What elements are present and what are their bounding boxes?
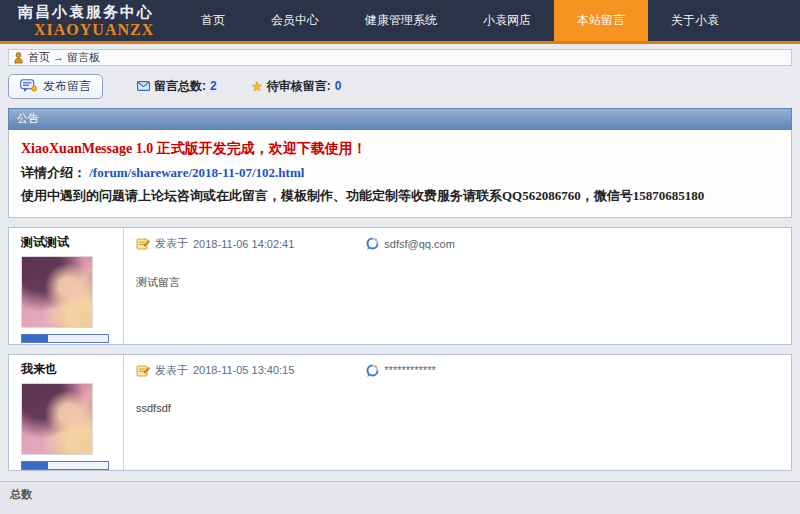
message-card: 我来也 身份：游客 bbox=[8, 354, 792, 472]
nav-item-health-system[interactable]: 健康管理系统 bbox=[342, 0, 460, 41]
announcement-note: 使用中遇到的问题请上论坛咨询或在此留言，模板制作、功能定制等收费服务请联系QQ5… bbox=[21, 187, 779, 205]
site-header: 南昌小袁服务中心 XIAOYUANZX 首页 会员中心 健康管理系统 小袁网店 … bbox=[0, 0, 800, 44]
announcement-title: 公告 bbox=[8, 108, 792, 130]
level-progress-bar bbox=[21, 461, 109, 470]
announcement-body: XiaoXuanMessage 1.0 正式版开发完成，欢迎下载使用！ 详情介绍… bbox=[8, 130, 792, 218]
message-meta-row: 发表于 2018-11-05 13:40:15 ************ bbox=[136, 363, 779, 378]
posted-time: 2018-11-06 14:02:41 bbox=[193, 238, 294, 250]
message-content-panel: 发表于 2018-11-06 14:02:41 sdfsf@qq.com bbox=[123, 228, 791, 344]
announcement-headline: XiaoXuanMessage 1.0 正式版开发完成，欢迎下载使用！ bbox=[21, 140, 779, 158]
posted-time-group: 发表于 2018-11-06 14:02:41 bbox=[136, 236, 294, 251]
footer-total-label: 总数 bbox=[10, 488, 32, 500]
breadcrumb-path[interactable]: 首页 → 留言板 bbox=[28, 50, 100, 65]
message-card: 测试测试 身份：游客 bbox=[8, 227, 792, 345]
message-content-panel: 发表于 2018-11-05 13:40:15 ************ bbox=[123, 355, 791, 471]
breadcrumb-person-icon bbox=[14, 52, 23, 64]
nav-item-shop[interactable]: 小袁网店 bbox=[460, 0, 554, 41]
level-progress-bar bbox=[21, 334, 109, 343]
page-footer: 总数 bbox=[0, 481, 800, 514]
total-messages-stat: 留言总数: 2 bbox=[137, 78, 217, 95]
publish-message-button[interactable]: 发布留言 bbox=[8, 74, 103, 99]
avatar bbox=[21, 383, 93, 455]
main-nav: 首页 会员中心 健康管理系统 小袁网店 本站留言 关于小袁 bbox=[178, 0, 742, 41]
contact-group: ************ bbox=[366, 364, 435, 377]
envelope-icon bbox=[137, 81, 150, 91]
breadcrumb: 首页 → 留言板 bbox=[8, 49, 792, 66]
logo-subtitle: XIAOYUANZX bbox=[34, 21, 178, 39]
announcement-panel: 公告 XiaoXuanMessage 1.0 正式版开发完成，欢迎下载使用！ 详… bbox=[8, 108, 792, 218]
nav-item-guestbook[interactable]: 本站留言 bbox=[554, 0, 648, 41]
author-name: 测试测试 bbox=[21, 234, 123, 251]
posted-time: 2018-11-05 13:40:15 bbox=[193, 364, 294, 376]
pending-messages-count: 0 bbox=[335, 79, 342, 93]
author-name: 我来也 bbox=[21, 361, 123, 378]
total-messages-label: 留言总数: bbox=[154, 78, 206, 95]
announcement-detail-row: 详情介绍： /forum/shareware/2018-11-07/102.ht… bbox=[21, 164, 779, 182]
message-meta-row: 发表于 2018-11-06 14:02:41 sdfsf@qq.com bbox=[136, 236, 779, 251]
pending-messages-stat: 待审核留言: 0 bbox=[251, 78, 342, 95]
total-messages-count: 2 bbox=[210, 79, 217, 93]
contact-group: sdfsf@qq.com bbox=[366, 237, 454, 250]
contact-value[interactable]: sdfsf@qq.com bbox=[384, 238, 454, 250]
nav-item-about[interactable]: 关于小袁 bbox=[648, 0, 742, 41]
posted-label: 发表于 bbox=[155, 363, 188, 378]
publish-button-label: 发布留言 bbox=[43, 78, 91, 95]
note-icon bbox=[136, 364, 150, 377]
page: 南昌小袁服务中心 XIAOYUANZX 首页 会员中心 健康管理系统 小袁网店 … bbox=[0, 0, 800, 514]
pending-messages-label: 待审核留言: bbox=[267, 78, 331, 95]
contact-value: ************ bbox=[384, 364, 435, 376]
nav-item-member-center[interactable]: 会员中心 bbox=[248, 0, 342, 41]
speech-bubble-icon bbox=[20, 79, 37, 93]
announcement-detail-link[interactable]: /forum/shareware/2018-11-07/102.html bbox=[89, 165, 304, 180]
note-icon bbox=[136, 237, 150, 250]
posted-label: 发表于 bbox=[155, 236, 188, 251]
email-swirl-icon bbox=[366, 364, 379, 377]
message-content: 测试留言 bbox=[136, 275, 779, 290]
level-progress-fill bbox=[22, 462, 48, 469]
email-swirl-icon bbox=[366, 237, 379, 250]
posted-time-group: 发表于 2018-11-05 13:40:15 bbox=[136, 363, 294, 378]
pending-star-icon bbox=[251, 81, 263, 92]
avatar bbox=[21, 256, 93, 328]
message-author-panel: 我来也 身份：游客 bbox=[9, 355, 123, 471]
nav-item-home[interactable]: 首页 bbox=[178, 0, 248, 41]
level-progress-fill bbox=[22, 335, 48, 342]
message-author-panel: 测试测试 身份：游客 bbox=[9, 228, 123, 344]
message-content: ssdfsdf bbox=[136, 402, 779, 414]
logo-title: 南昌小袁服务中心 bbox=[18, 4, 178, 21]
toolbar: 发布留言 留言总数: 2 待审核留言: 0 bbox=[8, 74, 792, 98]
site-logo: 南昌小袁服务中心 XIAOYUANZX bbox=[0, 0, 178, 41]
announcement-detail-label: 详情介绍： bbox=[21, 165, 86, 180]
